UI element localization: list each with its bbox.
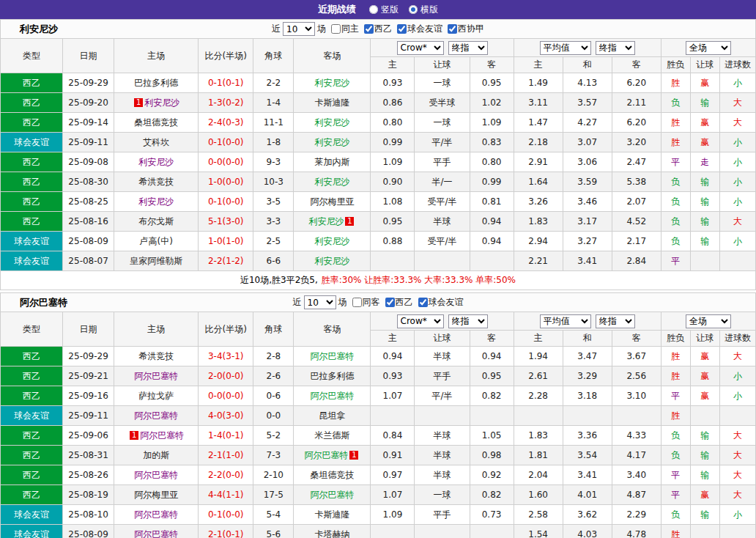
section-1-filter-3[interactable]: 球会友谊 <box>394 23 442 35</box>
section-2-company-select[interactable]: Crow* <box>397 314 444 328</box>
away-team-name: 巴拉多利德 <box>310 371 354 381</box>
league-type-cell: 西乙 <box>1 386 63 406</box>
section-1-filter-2[interactable]: 西乙 <box>361 23 392 35</box>
section-2-filter-2[interactable]: 西乙 <box>382 296 413 309</box>
odds-cell: 3.47 <box>563 347 612 366</box>
section-2-final-select-1[interactable]: 终指 <box>448 314 488 328</box>
section-1-filter-checkbox-3[interactable] <box>397 24 407 34</box>
result-cell: 小 <box>719 232 755 251</box>
odds-cell <box>514 406 563 426</box>
odds-cell: 4.78 <box>612 525 661 538</box>
league-type-cell: 西乙 <box>1 347 63 366</box>
section-2-full-select[interactable]: 全场 <box>686 314 731 328</box>
home-team-name: 阿尔巴塞特 <box>134 509 178 520</box>
section-1-final-select-1[interactable]: 终指 <box>448 41 488 55</box>
section-1-final-select-2[interactable]: 终指 <box>596 41 635 55</box>
section-2-filter-checkbox-1[interactable] <box>352 298 362 307</box>
odds-cell <box>415 251 470 271</box>
odds-cell: 1.02 <box>470 93 514 113</box>
section-1-full-select[interactable]: 全场 <box>686 41 731 55</box>
section-2-filter-3[interactable]: 球会友谊 <box>415 296 464 309</box>
away-team-cell: 桑坦德竞技 <box>294 465 371 485</box>
odds-cell: 1.05 <box>470 426 514 446</box>
match-row: 西乙25-08-19阿尔梅里亚4-4(1-1)17-5阿尔巴塞特1.07一球0.… <box>1 485 756 505</box>
home-team-name: 利安尼沙 <box>138 157 174 167</box>
odds-cell: 3.62 <box>563 505 612 525</box>
section-1-recent-count-select[interactable]: 10 <box>283 22 315 36</box>
section-1-filter-4[interactable]: 西协甲 <box>445 23 484 35</box>
date-cell: 25-08-30 <box>63 172 114 192</box>
odds-cell <box>415 525 470 538</box>
score-cell: 1-0(0-0) <box>199 172 253 192</box>
score-cell: 5-1(3-0) <box>199 212 253 232</box>
odds-cell <box>371 406 415 426</box>
red-card-badge: 1 <box>349 451 358 460</box>
odds-cell: 1.81 <box>514 446 563 465</box>
section-1-filter-checkbox-2[interactable] <box>364 24 374 34</box>
radio-icon[interactable] <box>409 5 418 14</box>
section-2-filter-checkbox-3[interactable] <box>418 298 428 307</box>
match-row: 球会友谊25-08-09阿尔巴塞特2-1(0-1)5-6卡塔赫纳1.544.03… <box>1 525 756 538</box>
home-team-cell: 希洪竞技 <box>114 347 199 366</box>
away-team-cell: 阿尔梅里亚 <box>294 192 371 212</box>
section-1-filter-1[interactable]: 同主 <box>328 23 359 35</box>
odds-cell: 1.47 <box>514 113 563 133</box>
result-cell: 大 <box>719 113 755 133</box>
corner-cell: 3-3 <box>253 212 294 232</box>
score-cell: 2-1(1-0) <box>199 446 253 465</box>
section-1-company-select[interactable]: Crow* <box>397 41 444 55</box>
section-2-recent-count-select[interactable]: 10 <box>304 295 336 309</box>
result-cell: 大 <box>719 426 755 446</box>
corner-cell: 3-5 <box>253 192 294 212</box>
section-1-average-select[interactable]: 平均值 <box>540 41 591 55</box>
odds-cell: 平/半 <box>415 133 470 152</box>
home-team-cell: 萨拉戈萨 <box>114 386 199 406</box>
home-team-cell: 阿尔巴塞特 <box>114 525 199 538</box>
odds-cell: 0.73 <box>470 505 514 525</box>
radio-icon[interactable] <box>369 5 378 14</box>
league-type-cell: 西乙 <box>1 426 63 446</box>
filter-label: 西乙 <box>374 23 392 35</box>
odds-cell: 受平/半 <box>415 232 470 251</box>
section-1-filter-checkbox-1[interactable] <box>331 24 341 34</box>
result-cell: 赢 <box>690 386 719 406</box>
section-2-average-select[interactable]: 平均值 <box>540 314 591 328</box>
home-team-name: 阿尔巴塞特 <box>134 410 178 421</box>
result-cell <box>719 251 755 271</box>
result-cell: 输 <box>690 465 719 485</box>
sub-col-header: 让球 <box>415 331 470 347</box>
result-cell: 负 <box>661 446 690 465</box>
odds-cell: 4.13 <box>563 73 612 93</box>
date-cell: 25-09-06 <box>63 426 114 446</box>
odds-cell: 4.01 <box>563 485 612 505</box>
date-cell: 25-08-26 <box>63 465 114 485</box>
section-2-filter-checkbox-2[interactable] <box>385 298 395 307</box>
section-1-filter-checkbox-4[interactable] <box>448 24 457 34</box>
odds-cell: 3.41 <box>563 465 612 485</box>
section-2-final-select-2[interactable]: 终指 <box>596 314 635 328</box>
league-type-cell: 球会友谊 <box>1 251 63 271</box>
section-2-filter-1[interactable]: 同客 <box>349 296 380 309</box>
league-type-cell: 西乙 <box>1 172 63 192</box>
league-type-cell: 西乙 <box>1 152 63 172</box>
result-cell: 大 <box>719 93 755 113</box>
match-row: 西乙25-09-201利安尼沙1-3(0-2)1-4卡斯迪隆0.86受半球1.0… <box>1 93 756 113</box>
odds-cell: 1.09 <box>371 152 415 172</box>
topbar: 近期战绩 竖版横版 <box>0 0 756 19</box>
odds-cell: 2.11 <box>612 93 661 113</box>
league-type-cell: 球会友谊 <box>1 232 63 251</box>
odds-cell: 一球 <box>415 113 470 133</box>
result-cell: 胜 <box>661 525 690 538</box>
average-odds-header: 平均值终指 <box>514 39 661 57</box>
corner-cell: 10-3 <box>253 172 294 192</box>
odds-cell: 2.29 <box>612 505 661 525</box>
radio-option-2[interactable]: 横版 <box>409 4 438 16</box>
sub-col-header: 客 <box>470 57 514 73</box>
away-team-name: 利安尼沙 <box>314 236 349 246</box>
section-1-header: 利安尼沙近10场同主西乙球会友谊西协甲 <box>0 19 756 38</box>
odds-cell: 0.94 <box>470 212 514 232</box>
result-cell: 负 <box>661 172 690 192</box>
radio-option-1[interactable]: 竖版 <box>369 4 399 16</box>
red-card-badge: 1 <box>134 98 143 107</box>
league-type-cell: 球会友谊 <box>1 133 63 152</box>
